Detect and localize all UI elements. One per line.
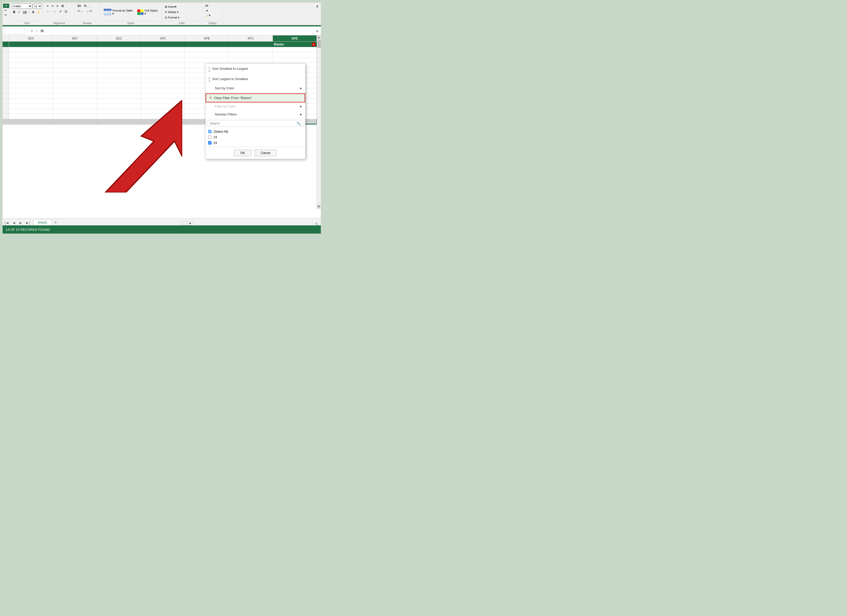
fill-btn[interactable]: ↓▾ — [204, 9, 210, 13]
file-btn[interactable]: ▼ — [3, 4, 9, 8]
list-item[interactable] — [53, 78, 97, 83]
list-item[interactable] — [229, 58, 273, 62]
list-item[interactable] — [97, 58, 141, 62]
merge-btn[interactable]: ⊡ — [63, 9, 69, 14]
list-item[interactable] — [97, 52, 141, 57]
sheet-scroll-left-btn[interactable]: ◄ — [187, 221, 192, 225]
confirm-formula-icon[interactable]: ✓ — [35, 29, 38, 33]
list-item[interactable] — [9, 109, 53, 114]
list-item[interactable] — [273, 58, 317, 62]
ok-button[interactable]: OK — [234, 150, 251, 156]
list-item[interactable] — [53, 73, 97, 78]
prev-sheet-btn[interactable]: ◄ — [11, 220, 17, 225]
list-item[interactable] — [97, 93, 141, 98]
list-item[interactable] — [97, 63, 141, 68]
cell-styles-button[interactable]: Cell Styles ▾ — [136, 4, 159, 20]
ribbon-collapse-btn[interactable]: ∧ — [315, 4, 320, 9]
list-item[interactable] — [9, 83, 53, 88]
list-item[interactable] — [97, 47, 141, 52]
select-all-label[interactable]: (Select All) — [214, 130, 228, 133]
list-item[interactable] — [141, 63, 185, 68]
col-header-xfb[interactable]: XFB — [185, 35, 229, 41]
first-sheet-btn[interactable]: |◄ — [4, 220, 10, 225]
list-item[interactable] — [229, 52, 273, 57]
highlight-button[interactable]: A — [36, 10, 41, 14]
clear-filter-item[interactable]: ✕ Clear Filter From "Blanks" — [206, 93, 305, 102]
scroll-up-btn[interactable]: ▲ — [317, 35, 321, 40]
dollar-btn[interactable]: $▾ — [76, 4, 82, 8]
list-item[interactable] — [141, 93, 185, 98]
list-item[interactable] — [9, 88, 53, 93]
font-color-button[interactable]: A — [31, 10, 36, 14]
select-all-checkbox[interactable] — [208, 130, 211, 133]
list-item[interactable] — [53, 83, 97, 88]
delete-btn[interactable]: ✕ Delete▾ — [163, 10, 182, 15]
list-item[interactable] — [9, 114, 53, 119]
name-box[interactable] — [4, 28, 25, 34]
orient-btn[interactable]: ↗ — [58, 9, 63, 14]
list-item[interactable] — [141, 52, 185, 57]
sort-desc-item[interactable]: Z↓A Sort Largest to Smallest — [206, 74, 305, 84]
cell-xfc-1[interactable] — [229, 41, 273, 47]
wrap-text-btn[interactable]: ⊞ — [60, 4, 65, 8]
formula-expand-btn[interactable]: ∨ — [316, 28, 319, 33]
number-filters-item[interactable]: Number Filters ▶ — [206, 110, 305, 118]
list-item[interactable] — [97, 78, 141, 83]
percent-btn[interactable]: % — [83, 4, 88, 8]
list-item[interactable] — [9, 52, 53, 57]
list-item[interactable] — [53, 63, 97, 68]
list-item[interactable] — [53, 52, 97, 57]
undo-btn[interactable]: ↩ — [3, 8, 8, 13]
align-left-btn[interactable]: ≡ — [46, 4, 50, 8]
list-item[interactable] — [53, 88, 97, 93]
sort-color-item[interactable]: Sort by Color ▶ — [206, 84, 305, 92]
col-header-xfd[interactable]: XFD — [273, 35, 317, 41]
cell-xex-1[interactable] — [9, 41, 53, 47]
font-family-select[interactable]: Calibri — [12, 4, 32, 9]
list-item[interactable] — [53, 68, 97, 72]
list-item[interactable] — [9, 99, 53, 103]
list-item[interactable] — [53, 99, 97, 103]
list-item[interactable] — [53, 104, 97, 109]
cell-xfa-1[interactable] — [141, 41, 185, 47]
list-item[interactable] — [141, 114, 185, 119]
cancel-formula-icon[interactable]: ✕ — [30, 29, 33, 33]
list-item[interactable] — [97, 109, 141, 114]
list-item[interactable] — [9, 78, 53, 83]
list-item[interactable] — [141, 104, 185, 109]
format-as-table-button[interactable]: Format as Table ▾ — [102, 4, 134, 20]
list-item[interactable] — [97, 104, 141, 109]
cell-xez-1[interactable] — [97, 41, 141, 47]
filter-active-btn[interactable]: ▼ — [312, 43, 316, 46]
font-size-select[interactable]: 11 — [33, 4, 42, 9]
add-sheet-btn[interactable]: + — [53, 220, 59, 225]
col-header-xey[interactable]: XEY — [53, 35, 97, 41]
dec-decrease-btn[interactable]: ⁰⁰→ — [76, 9, 84, 14]
search-input[interactable] — [210, 122, 297, 125]
format-btn[interactable]: ⊡ Format▾ — [163, 15, 182, 20]
val-24-checkbox[interactable] — [208, 141, 211, 145]
val-24-item[interactable]: 24 — [208, 140, 303, 146]
list-item[interactable] — [9, 104, 53, 109]
align-right-btn[interactable]: ≡ — [55, 4, 59, 8]
list-item[interactable] — [97, 99, 141, 103]
list-item[interactable] — [97, 88, 141, 93]
fx-icon[interactable]: fx — [41, 29, 44, 33]
list-item[interactable] — [9, 58, 53, 62]
val-23-label[interactable]: 23 — [214, 136, 217, 139]
list-item[interactable] — [9, 47, 53, 52]
list-item[interactable] — [9, 68, 53, 72]
align-center-btn[interactable]: ≡ — [50, 4, 55, 8]
list-item[interactable] — [97, 73, 141, 78]
list-item[interactable] — [141, 78, 185, 83]
indent-right-btn[interactable]: → — [52, 9, 57, 14]
vertical-scrollbar[interactable]: ▲ ▼ — [317, 35, 321, 209]
col-header-xex[interactable]: XEX — [9, 35, 53, 41]
list-item[interactable] — [9, 63, 53, 68]
autosum-btn[interactable]: Σ▾ — [204, 4, 210, 8]
list-item[interactable] — [185, 58, 229, 62]
list-item[interactable] — [141, 88, 185, 93]
underline-button[interactable]: U▾ — [22, 10, 28, 14]
list-item[interactable] — [141, 83, 185, 88]
list-item[interactable] — [185, 52, 229, 57]
